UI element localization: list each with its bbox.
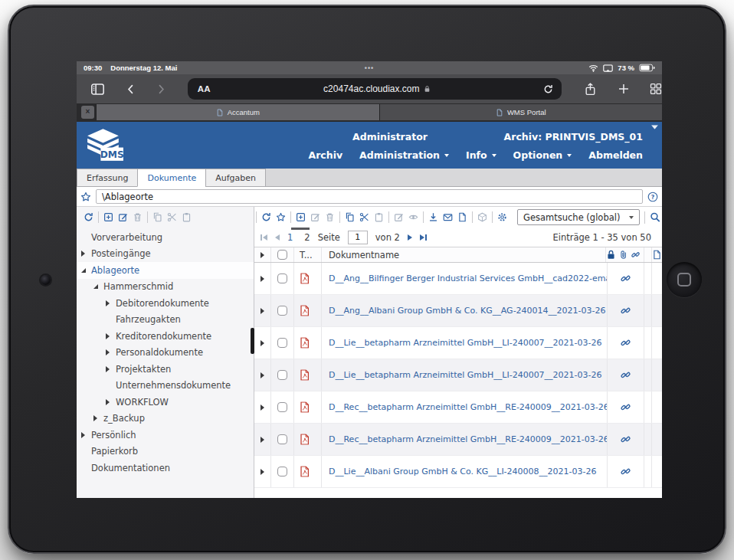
browser-tab[interactable]: Accantum [96, 104, 379, 120]
document-link-icon[interactable] [620, 434, 631, 445]
row-checkbox[interactable] [277, 467, 287, 476]
tree-item[interactable]: Dokumentationen [77, 460, 254, 476]
favorite-star-icon[interactable] [80, 192, 91, 202]
back-icon[interactable] [126, 84, 136, 95]
tree-item[interactable]: Debitorendokumente [77, 295, 254, 312]
row-checkbox[interactable] [277, 273, 287, 283]
page-number[interactable]: 2 [304, 232, 310, 243]
star-icon[interactable] [276, 212, 286, 222]
edit-icon[interactable] [394, 212, 404, 222]
document-row[interactable]: D__Lie__betapharm Arzneimittel GmbH__LI-… [254, 359, 662, 391]
doc-icon[interactable] [457, 212, 467, 222]
document-name-link[interactable]: D__Rec__betapharm Arzneimittel GmbH__RE-… [322, 391, 608, 423]
document-row[interactable]: D__Rec__betapharm Arzneimittel GmbH__RE-… [254, 391, 662, 424]
browser-tab[interactable]: WMS Portal [379, 104, 663, 120]
document-row[interactable]: D__Ang__Bilfinger Berger Industrial Serv… [254, 263, 662, 295]
row-checkbox[interactable] [277, 402, 287, 412]
sidebar-icon[interactable] [90, 82, 105, 97]
copy-icon[interactable] [345, 212, 355, 222]
document-row[interactable]: D__Rec__betapharm Arzneimittel GmbH__RE-… [254, 424, 662, 456]
download-icon[interactable] [428, 212, 438, 222]
row-expander-icon[interactable] [261, 276, 264, 282]
name-column-header[interactable]: Dokumentname [322, 247, 606, 262]
row-expander-icon[interactable] [261, 308, 264, 314]
tree-item[interactable]: WORKFLOW [77, 394, 254, 411]
document-link-icon[interactable] [620, 305, 631, 316]
menu-item[interactable]: Archiv [309, 149, 343, 161]
tree-expander-icon[interactable] [81, 251, 91, 257]
search-icon[interactable] [650, 211, 660, 223]
row-expander-icon[interactable] [261, 372, 264, 378]
tree-item[interactable]: Hammerschmid [77, 279, 254, 296]
row-checkbox[interactable] [277, 338, 287, 348]
row-checkbox[interactable] [277, 370, 287, 380]
paste-icon[interactable] [374, 212, 384, 222]
tree-item[interactable]: Ablageorte [77, 262, 254, 279]
share-icon[interactable] [584, 83, 597, 96]
lock-column-icon[interactable] [606, 250, 616, 260]
link-column-icon[interactable] [631, 250, 641, 260]
eye-icon[interactable] [408, 212, 418, 222]
path-input[interactable] [96, 189, 643, 204]
help-icon[interactable] [647, 192, 658, 202]
plusbox-icon[interactable] [103, 212, 113, 222]
document-name-link[interactable]: D__Lie__betapharm Arzneimittel GmbH__LI-… [322, 359, 608, 391]
row-checkbox[interactable] [277, 306, 287, 316]
document-link-icon[interactable] [620, 337, 631, 349]
last-page-button[interactable] [420, 234, 427, 241]
page-input[interactable] [348, 231, 368, 244]
tree-expander-icon[interactable] [106, 399, 116, 405]
refresh-icon[interactable] [261, 212, 271, 222]
panel-splitter-handle[interactable] [251, 328, 254, 354]
document-link-icon[interactable] [620, 273, 631, 284]
scissors-icon[interactable] [359, 212, 369, 222]
tab-overview-icon[interactable] [650, 83, 662, 95]
plusbox-icon[interactable] [296, 212, 306, 222]
scissors-icon[interactable] [167, 212, 177, 222]
menu-item[interactable]: Info [466, 149, 496, 161]
document-link-icon[interactable] [620, 369, 631, 381]
tree-item[interactable]: Unternehmensdokumente [77, 378, 254, 395]
select-all-checkbox[interactable] [277, 250, 287, 260]
tree-expander-icon[interactable] [81, 432, 91, 438]
document-link-icon[interactable] [620, 401, 631, 413]
document-link-icon[interactable] [620, 466, 631, 477]
tree-item[interactable]: Persönlich [77, 427, 254, 444]
tree-item[interactable]: Vorverarbeitung [77, 229, 254, 246]
row-expander-icon[interactable] [261, 469, 264, 475]
gear-icon[interactable] [497, 212, 507, 222]
reader-button[interactable]: AA [198, 84, 211, 93]
module-tab[interactable]: Dokumente [137, 169, 206, 187]
document-name-link[interactable]: D__Lie__betapharm Arzneimittel GmbH__LI-… [322, 327, 608, 359]
document-name-link[interactable]: D__Ang__Albani Group GmbH & Co. KG__AG-2… [322, 295, 608, 326]
trash-icon[interactable] [133, 212, 143, 222]
row-checkbox[interactable] [277, 434, 287, 444]
tree-item[interactable]: Kreditorendokumente [77, 328, 254, 345]
new-tab-icon[interactable] [618, 83, 630, 95]
reload-icon[interactable] [543, 84, 553, 94]
row-expander-icon[interactable] [261, 404, 264, 411]
menu-item[interactable]: Abmelden [588, 149, 643, 161]
edit-icon[interactable] [118, 212, 128, 222]
page-number[interactable]: 1 [287, 232, 293, 243]
copy-icon[interactable] [152, 212, 162, 222]
menu-item[interactable]: Administration [359, 149, 449, 161]
edit-icon[interactable] [310, 212, 320, 222]
row-expander-icon[interactable] [261, 340, 264, 346]
tree-item[interactable]: Fahrzeugakten [77, 312, 254, 329]
tree-expander-icon[interactable] [81, 268, 91, 273]
document-name-link[interactable]: D__Rec__betapharm Arzneimittel GmbH__RE-… [322, 424, 608, 455]
attachment-column-icon[interactable] [618, 250, 628, 260]
close-tab-icon[interactable]: × [81, 106, 94, 119]
document-row[interactable]: D__Ang__Albani Group GmbH & Co. KG__AG-2… [254, 295, 662, 327]
tree-item[interactable]: Posteingänge [77, 246, 254, 263]
type-column-header[interactable]: T... [294, 247, 322, 262]
archive-selector[interactable]: Archiv: PRINTVIS_DMS_01 [504, 131, 643, 142]
document-row[interactable]: D__Lie__betapharm Arzneimittel GmbH__LI-… [254, 327, 662, 359]
menu-item[interactable]: Optionen [513, 149, 572, 161]
document-row[interactable]: D__Lie__Albani Group GmbH & Co. KG__LI-2… [254, 456, 662, 488]
module-tab[interactable]: Aufgaben [205, 169, 266, 187]
search-scope-select[interactable]: Gesamtsuche (global) [517, 209, 640, 225]
tree-item[interactable]: Projektakten [77, 361, 254, 378]
refresh-icon[interactable] [84, 212, 93, 222]
